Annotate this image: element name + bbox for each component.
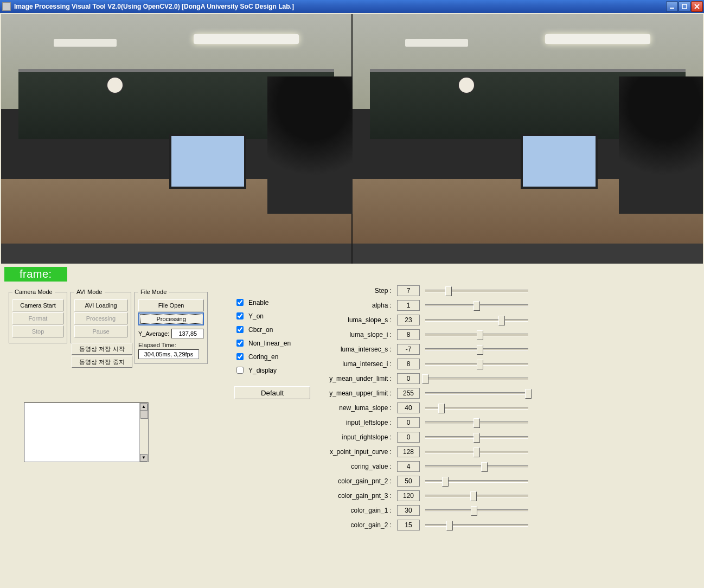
slider-value-luma_slope_i: 8 [397, 329, 420, 340]
slider-value-alpha: 1 [397, 300, 420, 311]
slider-label-alpha: alpha : [316, 302, 392, 309]
window-buttons [666, 1, 703, 12]
slider-luma_slope_s[interactable] [425, 314, 528, 327]
video-save-stop-button[interactable]: 동영상 저장 중지 [72, 356, 132, 368]
slider-label-new_luma_slope: new_luma_slope : [316, 404, 392, 412]
slider-thumb-x_point_input_curve[interactable] [473, 448, 480, 457]
camera-start-button[interactable]: Camera Start [12, 299, 63, 311]
slider-thumb-luma_intersec_s[interactable] [477, 345, 483, 355]
slider-thumb-color_gain_pnt_3[interactable] [470, 491, 477, 501]
log-textarea[interactable]: ▲ ▼ [24, 402, 149, 462]
slider-coring_value[interactable] [425, 460, 528, 473]
slider-y_mean_under_limit[interactable] [425, 372, 528, 385]
slider-new_luma_slope[interactable] [425, 401, 528, 414]
slider-x_point_input_curve[interactable] [425, 445, 528, 458]
slider-thumb-y_mean_under_limit[interactable] [422, 374, 428, 384]
slider-value-luma_slope_s: 23 [397, 315, 420, 325]
scroll-down-arrow[interactable]: ▼ [140, 454, 148, 462]
slider-thumb-new_luma_slope[interactable] [438, 404, 445, 413]
slider-value-new_luma_slope: 40 [397, 402, 420, 413]
slider-color_gain_pnt_2[interactable] [425, 475, 528, 488]
slider-thumb-alpha[interactable] [473, 301, 480, 311]
slider-row-Step: Step :7 [316, 283, 533, 298]
slider-thumb-luma_slope_i[interactable] [477, 330, 483, 340]
coring-en-checkbox[interactable] [236, 353, 244, 360]
slider-thumb-luma_intersec_i[interactable] [477, 360, 483, 369]
slider-y_mean_upper_limit[interactable] [425, 387, 528, 400]
video-right [353, 14, 703, 264]
nonlinear-en-checkbox[interactable] [236, 340, 244, 347]
enable-label: Enable [248, 299, 268, 306]
nonlinear-en-label: Non_linear_en [248, 340, 291, 347]
file-open-button[interactable]: File Open [138, 299, 204, 311]
slider-row-input_rightslope: input_rightslope :0 [316, 430, 533, 444]
cbcr-on-checkbox[interactable] [236, 326, 244, 333]
slider-label-x_point_input_curve: x_point_input_curve : [316, 448, 392, 456]
slider-row-luma_slope_i: luma_slope_i :8 [316, 327, 533, 342]
maximize-button[interactable] [679, 1, 690, 12]
slider-label-color_gain_pnt_2: color_gain_pnt_2 : [316, 477, 392, 485]
slider-input_rightslope[interactable] [425, 431, 528, 444]
slider-thumb-color_gain_1[interactable] [471, 506, 477, 516]
avi-mode-group: AVI Mode AVI Loading Processing Pause [71, 289, 131, 343]
scroll-up-arrow[interactable]: ▲ [140, 403, 148, 411]
parameter-sliders: Step :7alpha :1luma_slope_s :23luma_slop… [316, 283, 533, 532]
y-display-label: Y_display [248, 367, 277, 374]
slider-row-luma_intersec_i: luma_intersec_i :8 [316, 356, 533, 371]
log-scrollbar[interactable]: ▲ ▼ [139, 403, 148, 462]
slider-label-input_rightslope: input_rightslope : [316, 433, 392, 441]
slider-thumb-y_mean_upper_limit[interactable] [525, 389, 532, 399]
minimize-button[interactable] [666, 1, 678, 12]
slider-row-y_mean_upper_limit: y_mean_upper_limit :255 [316, 386, 533, 400]
avi-mode-legend: AVI Mode [74, 289, 105, 295]
slider-color_gain_2[interactable] [425, 519, 528, 532]
file-processing-button[interactable]: Processing [138, 312, 204, 325]
avi-processing-button: Processing [74, 312, 127, 324]
slider-value-x_point_input_curve: 128 [397, 446, 420, 457]
slider-alpha[interactable] [425, 299, 528, 312]
slider-label-y_mean_upper_limit: y_mean_upper_limit : [316, 389, 392, 397]
avi-pause-button: Pause [74, 325, 127, 337]
y-on-checkbox[interactable] [236, 312, 244, 319]
slider-Step[interactable] [425, 284, 528, 297]
slider-value-y_mean_upper_limit: 255 [397, 388, 420, 399]
enable-checkbox[interactable] [236, 299, 244, 306]
slider-value-Step: 7 [397, 285, 420, 296]
slider-value-y_mean_under_limit: 0 [397, 373, 420, 384]
slider-value-color_gain_pnt_2: 50 [397, 476, 420, 487]
slider-value-luma_intersec_i: 8 [397, 359, 420, 369]
slider-value-color_gain_pnt_3: 120 [397, 490, 420, 501]
slider-luma_slope_i[interactable] [425, 328, 528, 341]
slider-thumb-color_gain_2[interactable] [446, 521, 453, 531]
slider-row-color_gain_2: color_gain_2 :15 [316, 517, 533, 532]
slider-thumb-input_leftslope[interactable] [473, 418, 480, 428]
titlebar: Image Processing Visual Tool V2.0(Using … [0, 0, 704, 13]
video-save-start-button[interactable]: 동영상 저장 시작 [72, 343, 132, 355]
slider-value-input_leftslope: 0 [397, 417, 420, 428]
slider-color_gain_1[interactable] [425, 504, 528, 517]
slider-luma_intersec_i[interactable] [425, 357, 528, 370]
slider-thumb-Step[interactable] [445, 286, 452, 296]
slider-color_gain_pnt_3[interactable] [425, 489, 528, 502]
slider-thumb-input_rightslope[interactable] [473, 433, 480, 443]
close-button[interactable] [691, 1, 703, 12]
slider-thumb-luma_slope_s[interactable] [498, 316, 505, 325]
slider-input_leftslope[interactable] [425, 416, 528, 429]
slider-value-color_gain_2: 15 [397, 520, 420, 531]
default-button[interactable]: Default [234, 386, 310, 399]
slider-value-luma_intersec_s: -7 [397, 344, 420, 355]
slider-label-color_gain_1: color_gain_1 : [316, 507, 392, 514]
y-display-checkbox[interactable] [236, 367, 244, 374]
slider-row-color_gain_pnt_3: color_gain_pnt_3 :120 [316, 488, 533, 503]
slider-label-color_gain_pnt_3: color_gain_pnt_3 : [316, 492, 392, 500]
slider-row-x_point_input_curve: x_point_input_curve :128 [316, 444, 533, 459]
slider-label-coring_value: coring_value : [316, 463, 392, 470]
coring-en-label: Coring_en [248, 353, 278, 361]
slider-row-color_gain_1: color_gain_1 :30 [316, 503, 533, 517]
slider-thumb-coring_value[interactable] [481, 462, 488, 472]
slider-thumb-color_gain_pnt_2[interactable] [442, 477, 449, 487]
avi-loading-button[interactable]: AVI Loading [74, 299, 127, 311]
slider-luma_intersec_s[interactable] [425, 343, 528, 356]
slider-value-coring_value: 4 [397, 461, 420, 472]
file-mode-legend: File Mode [138, 289, 169, 295]
